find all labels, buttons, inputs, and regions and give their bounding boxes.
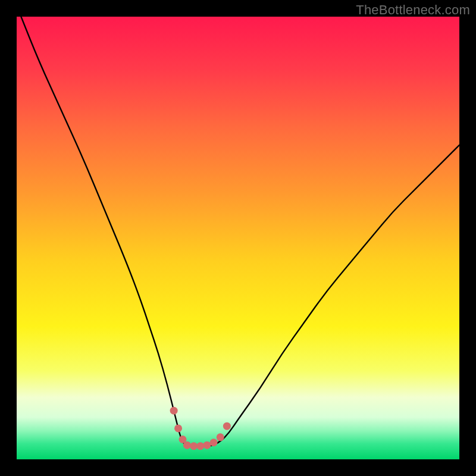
- min-dot: [196, 442, 204, 450]
- watermark-text: TheBottleneck.com: [356, 2, 470, 18]
- min-region-dots: [17, 17, 459, 459]
- min-dot: [170, 407, 178, 415]
- min-dot: [190, 442, 198, 450]
- min-dot: [210, 439, 218, 446]
- min-dot: [174, 424, 182, 432]
- min-dot: [217, 433, 224, 441]
- plot-area: [17, 17, 459, 459]
- min-dot: [203, 441, 211, 449]
- min-dot: [183, 441, 191, 449]
- min-dot: [223, 422, 231, 430]
- chart-frame: TheBottleneck.com: [0, 0, 476, 476]
